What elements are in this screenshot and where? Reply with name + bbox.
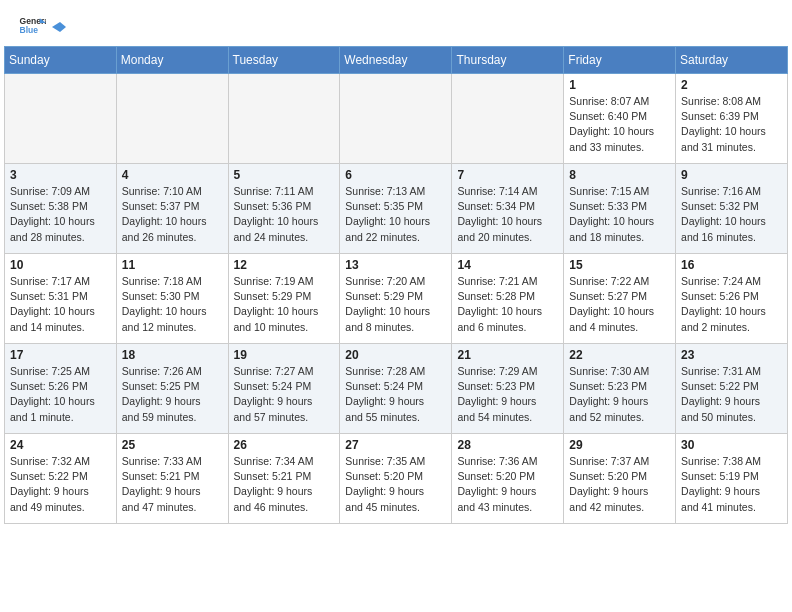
day-number: 5	[234, 168, 335, 182]
day-info: Sunrise: 7:25 AM Sunset: 5:26 PM Dayligh…	[10, 364, 111, 425]
svg-marker-4	[52, 22, 66, 32]
calendar-day-cell: 21Sunrise: 7:29 AM Sunset: 5:23 PM Dayli…	[452, 344, 564, 434]
day-info: Sunrise: 7:21 AM Sunset: 5:28 PM Dayligh…	[457, 274, 558, 335]
day-number: 14	[457, 258, 558, 272]
calendar-week-row: 24Sunrise: 7:32 AM Sunset: 5:22 PM Dayli…	[5, 434, 788, 524]
day-info: Sunrise: 7:22 AM Sunset: 5:27 PM Dayligh…	[569, 274, 670, 335]
day-number: 10	[10, 258, 111, 272]
day-info: Sunrise: 7:16 AM Sunset: 5:32 PM Dayligh…	[681, 184, 782, 245]
day-info: Sunrise: 7:36 AM Sunset: 5:20 PM Dayligh…	[457, 454, 558, 515]
calendar-day-cell: 12Sunrise: 7:19 AM Sunset: 5:29 PM Dayli…	[228, 254, 340, 344]
calendar-day-cell: 24Sunrise: 7:32 AM Sunset: 5:22 PM Dayli…	[5, 434, 117, 524]
calendar-week-row: 17Sunrise: 7:25 AM Sunset: 5:26 PM Dayli…	[5, 344, 788, 434]
day-number: 15	[569, 258, 670, 272]
day-info: Sunrise: 7:27 AM Sunset: 5:24 PM Dayligh…	[234, 364, 335, 425]
day-number: 16	[681, 258, 782, 272]
day-number: 3	[10, 168, 111, 182]
day-info: Sunrise: 7:13 AM Sunset: 5:35 PM Dayligh…	[345, 184, 446, 245]
calendar-day-cell: 6Sunrise: 7:13 AM Sunset: 5:35 PM Daylig…	[340, 164, 452, 254]
logo: General Blue	[18, 12, 66, 40]
day-info: Sunrise: 7:24 AM Sunset: 5:26 PM Dayligh…	[681, 274, 782, 335]
page-header: General Blue	[0, 0, 792, 46]
day-info: Sunrise: 7:30 AM Sunset: 5:23 PM Dayligh…	[569, 364, 670, 425]
logo-arrow-icon	[52, 22, 66, 32]
calendar-day-cell: 18Sunrise: 7:26 AM Sunset: 5:25 PM Dayli…	[116, 344, 228, 434]
day-info: Sunrise: 7:17 AM Sunset: 5:31 PM Dayligh…	[10, 274, 111, 335]
calendar-day-cell: 11Sunrise: 7:18 AM Sunset: 5:30 PM Dayli…	[116, 254, 228, 344]
day-number: 28	[457, 438, 558, 452]
calendar-day-cell: 3Sunrise: 7:09 AM Sunset: 5:38 PM Daylig…	[5, 164, 117, 254]
day-info: Sunrise: 7:37 AM Sunset: 5:20 PM Dayligh…	[569, 454, 670, 515]
day-number: 17	[10, 348, 111, 362]
day-info: Sunrise: 7:29 AM Sunset: 5:23 PM Dayligh…	[457, 364, 558, 425]
day-number: 22	[569, 348, 670, 362]
weekday-header-friday: Friday	[564, 47, 676, 74]
calendar-week-row: 1Sunrise: 8:07 AM Sunset: 6:40 PM Daylig…	[5, 74, 788, 164]
day-number: 12	[234, 258, 335, 272]
day-number: 9	[681, 168, 782, 182]
day-number: 4	[122, 168, 223, 182]
day-number: 8	[569, 168, 670, 182]
day-number: 20	[345, 348, 446, 362]
calendar-day-cell: 15Sunrise: 7:22 AM Sunset: 5:27 PM Dayli…	[564, 254, 676, 344]
day-number: 7	[457, 168, 558, 182]
day-info: Sunrise: 7:33 AM Sunset: 5:21 PM Dayligh…	[122, 454, 223, 515]
weekday-header-monday: Monday	[116, 47, 228, 74]
calendar-day-cell: 25Sunrise: 7:33 AM Sunset: 5:21 PM Dayli…	[116, 434, 228, 524]
day-info: Sunrise: 7:10 AM Sunset: 5:37 PM Dayligh…	[122, 184, 223, 245]
calendar-day-cell: 23Sunrise: 7:31 AM Sunset: 5:22 PM Dayli…	[676, 344, 788, 434]
day-info: Sunrise: 7:09 AM Sunset: 5:38 PM Dayligh…	[10, 184, 111, 245]
day-number: 2	[681, 78, 782, 92]
day-info: Sunrise: 7:11 AM Sunset: 5:36 PM Dayligh…	[234, 184, 335, 245]
day-info: Sunrise: 7:32 AM Sunset: 5:22 PM Dayligh…	[10, 454, 111, 515]
day-info: Sunrise: 7:19 AM Sunset: 5:29 PM Dayligh…	[234, 274, 335, 335]
day-number: 11	[122, 258, 223, 272]
calendar-day-cell: 22Sunrise: 7:30 AM Sunset: 5:23 PM Dayli…	[564, 344, 676, 434]
day-number: 23	[681, 348, 782, 362]
weekday-header-tuesday: Tuesday	[228, 47, 340, 74]
day-info: Sunrise: 7:14 AM Sunset: 5:34 PM Dayligh…	[457, 184, 558, 245]
calendar-day-cell: 29Sunrise: 7:37 AM Sunset: 5:20 PM Dayli…	[564, 434, 676, 524]
day-number: 19	[234, 348, 335, 362]
calendar-week-row: 10Sunrise: 7:17 AM Sunset: 5:31 PM Dayli…	[5, 254, 788, 344]
day-number: 30	[681, 438, 782, 452]
day-info: Sunrise: 7:18 AM Sunset: 5:30 PM Dayligh…	[122, 274, 223, 335]
day-number: 18	[122, 348, 223, 362]
calendar-day-cell: 19Sunrise: 7:27 AM Sunset: 5:24 PM Dayli…	[228, 344, 340, 434]
calendar-day-cell: 17Sunrise: 7:25 AM Sunset: 5:26 PM Dayli…	[5, 344, 117, 434]
day-number: 1	[569, 78, 670, 92]
day-info: Sunrise: 7:34 AM Sunset: 5:21 PM Dayligh…	[234, 454, 335, 515]
day-number: 27	[345, 438, 446, 452]
calendar-day-cell	[340, 74, 452, 164]
calendar-wrapper: SundayMondayTuesdayWednesdayThursdayFrid…	[0, 46, 792, 528]
day-info: Sunrise: 8:08 AM Sunset: 6:39 PM Dayligh…	[681, 94, 782, 155]
calendar-day-cell: 10Sunrise: 7:17 AM Sunset: 5:31 PM Dayli…	[5, 254, 117, 344]
day-info: Sunrise: 7:35 AM Sunset: 5:20 PM Dayligh…	[345, 454, 446, 515]
calendar-day-cell: 8Sunrise: 7:15 AM Sunset: 5:33 PM Daylig…	[564, 164, 676, 254]
day-number: 6	[345, 168, 446, 182]
calendar-day-cell: 28Sunrise: 7:36 AM Sunset: 5:20 PM Dayli…	[452, 434, 564, 524]
weekday-header-wednesday: Wednesday	[340, 47, 452, 74]
day-info: Sunrise: 7:20 AM Sunset: 5:29 PM Dayligh…	[345, 274, 446, 335]
calendar-day-cell: 1Sunrise: 8:07 AM Sunset: 6:40 PM Daylig…	[564, 74, 676, 164]
day-info: Sunrise: 7:28 AM Sunset: 5:24 PM Dayligh…	[345, 364, 446, 425]
calendar-day-cell: 27Sunrise: 7:35 AM Sunset: 5:20 PM Dayli…	[340, 434, 452, 524]
calendar-day-cell	[116, 74, 228, 164]
day-info: Sunrise: 8:07 AM Sunset: 6:40 PM Dayligh…	[569, 94, 670, 155]
calendar-day-cell: 2Sunrise: 8:08 AM Sunset: 6:39 PM Daylig…	[676, 74, 788, 164]
weekday-header-sunday: Sunday	[5, 47, 117, 74]
calendar-day-cell: 5Sunrise: 7:11 AM Sunset: 5:36 PM Daylig…	[228, 164, 340, 254]
day-info: Sunrise: 7:15 AM Sunset: 5:33 PM Dayligh…	[569, 184, 670, 245]
calendar-day-cell	[228, 74, 340, 164]
calendar-day-cell	[452, 74, 564, 164]
calendar-day-cell: 16Sunrise: 7:24 AM Sunset: 5:26 PM Dayli…	[676, 254, 788, 344]
calendar-week-row: 3Sunrise: 7:09 AM Sunset: 5:38 PM Daylig…	[5, 164, 788, 254]
weekday-header-saturday: Saturday	[676, 47, 788, 74]
calendar-day-cell: 4Sunrise: 7:10 AM Sunset: 5:37 PM Daylig…	[116, 164, 228, 254]
logo-icon: General Blue	[18, 12, 46, 40]
calendar-day-cell: 20Sunrise: 7:28 AM Sunset: 5:24 PM Dayli…	[340, 344, 452, 434]
calendar-day-cell: 7Sunrise: 7:14 AM Sunset: 5:34 PM Daylig…	[452, 164, 564, 254]
calendar-day-cell	[5, 74, 117, 164]
calendar-day-cell: 13Sunrise: 7:20 AM Sunset: 5:29 PM Dayli…	[340, 254, 452, 344]
day-info: Sunrise: 7:26 AM Sunset: 5:25 PM Dayligh…	[122, 364, 223, 425]
